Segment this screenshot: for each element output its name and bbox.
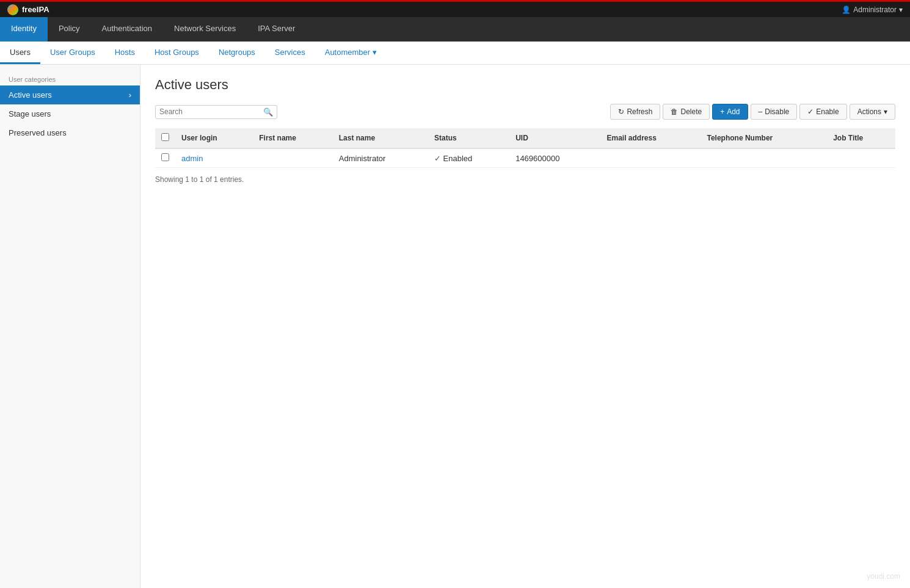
page-title: Active users bbox=[155, 77, 895, 93]
delete-icon: 🗑 bbox=[671, 107, 678, 116]
col-first-name: First name bbox=[253, 128, 333, 148]
toolbar-left: 🔍 bbox=[155, 105, 277, 119]
main-navigation: Identity Policy Authentication Network S… bbox=[0, 17, 910, 42]
telephone-cell bbox=[701, 148, 827, 168]
user-login-cell: admin bbox=[175, 148, 253, 168]
freeipa-logo bbox=[7, 4, 18, 15]
row-checkbox[interactable] bbox=[161, 153, 169, 161]
sidebar-category: User categories bbox=[0, 70, 140, 85]
automember-dropdown-icon: ▾ bbox=[373, 48, 377, 57]
main-content: Active users 🔍 ↻ Refresh 🗑 Delete bbox=[140, 65, 910, 588]
col-last-name: Last name bbox=[333, 128, 428, 148]
brand-name: freeIPA bbox=[22, 5, 49, 14]
chevron-right-icon: › bbox=[129, 90, 131, 100]
nav-item-network-services[interactable]: Network Services bbox=[163, 17, 247, 42]
brand: freeIPA bbox=[7, 4, 49, 15]
col-user-login: User login bbox=[175, 128, 253, 148]
enable-button[interactable]: ✓ Enable bbox=[799, 104, 846, 120]
toolbar-right: ↻ Refresh 🗑 Delete + Add – Disable ✓ bbox=[610, 104, 895, 120]
sidebar-item-preserved-users[interactable]: Preserved users bbox=[0, 123, 140, 142]
col-job-title: Job Title bbox=[827, 128, 895, 148]
sidebar: User categories Active users › Stage use… bbox=[0, 65, 140, 588]
add-button[interactable]: + Add bbox=[712, 104, 748, 120]
actions-dropdown-icon: ▾ bbox=[884, 107, 887, 116]
subnav-item-user-groups[interactable]: User Groups bbox=[40, 42, 105, 64]
user-login-link[interactable]: admin bbox=[181, 154, 203, 163]
job-title-cell bbox=[827, 148, 895, 168]
add-icon: + bbox=[720, 107, 724, 116]
username: Administrator bbox=[853, 5, 897, 14]
minus-icon: – bbox=[759, 107, 763, 116]
subnav-item-automember[interactable]: Automember ▾ bbox=[315, 42, 387, 64]
subnav-item-host-groups[interactable]: Host Groups bbox=[145, 42, 209, 64]
search-box: 🔍 bbox=[155, 105, 277, 119]
uid-cell: 1469600000 bbox=[509, 148, 600, 168]
layout: User categories Active users › Stage use… bbox=[0, 65, 910, 588]
table-header-row: User login First name Last name Status U… bbox=[155, 128, 895, 148]
table-row: admin Administrator Enabled 1469600000 bbox=[155, 148, 895, 168]
subnav-item-netgroups[interactable]: Netgroups bbox=[209, 42, 265, 64]
col-telephone: Telephone Number bbox=[701, 128, 827, 148]
topbar: freeIPA 👤 Administrator ▾ bbox=[0, 0, 910, 17]
nav-item-policy[interactable]: Policy bbox=[48, 17, 91, 42]
last-name-cell: Administrator bbox=[333, 148, 428, 168]
watermark: youdi.com bbox=[867, 572, 900, 581]
col-email: Email address bbox=[600, 128, 701, 148]
select-all-header bbox=[155, 128, 175, 148]
showing-text: Showing 1 to 1 of 1 entries. bbox=[155, 175, 895, 184]
nav-item-identity[interactable]: Identity bbox=[0, 17, 48, 42]
select-all-checkbox[interactable] bbox=[161, 133, 169, 141]
disable-button[interactable]: – Disable bbox=[751, 104, 798, 120]
search-input[interactable] bbox=[159, 107, 263, 116]
search-icon[interactable]: 🔍 bbox=[263, 107, 273, 117]
sidebar-item-stage-users[interactable]: Stage users bbox=[0, 104, 140, 123]
delete-button[interactable]: 🗑 Delete bbox=[663, 104, 710, 120]
status-enabled: Enabled bbox=[434, 154, 472, 163]
first-name-cell bbox=[253, 148, 333, 168]
email-cell bbox=[600, 148, 701, 168]
subnav-item-services[interactable]: Services bbox=[265, 42, 315, 64]
status-cell: Enabled bbox=[428, 148, 509, 168]
user-menu[interactable]: 👤 Administrator ▾ bbox=[842, 5, 903, 14]
sub-navigation: Users User Groups Hosts Host Groups Netg… bbox=[0, 42, 910, 65]
col-status: Status bbox=[428, 128, 509, 148]
check-icon: ✓ bbox=[807, 107, 814, 116]
subnav-item-users[interactable]: Users bbox=[0, 42, 40, 64]
dropdown-icon: ▾ bbox=[899, 5, 903, 14]
sidebar-item-active-users[interactable]: Active users › bbox=[0, 85, 140, 104]
users-table: User login First name Last name Status U… bbox=[155, 128, 895, 168]
subnav-item-hosts[interactable]: Hosts bbox=[105, 42, 145, 64]
row-checkbox-cell bbox=[155, 148, 175, 168]
col-uid: UID bbox=[509, 128, 600, 148]
actions-button[interactable]: Actions ▾ bbox=[850, 104, 895, 120]
user-icon: 👤 bbox=[842, 5, 851, 14]
refresh-button[interactable]: ↻ Refresh bbox=[610, 104, 660, 120]
nav-item-authentication[interactable]: Authentication bbox=[91, 17, 163, 42]
toolbar: 🔍 ↻ Refresh 🗑 Delete + Add – Dis bbox=[155, 104, 895, 120]
nav-item-ipa-server[interactable]: IPA Server bbox=[247, 17, 306, 42]
refresh-icon: ↻ bbox=[618, 107, 624, 116]
